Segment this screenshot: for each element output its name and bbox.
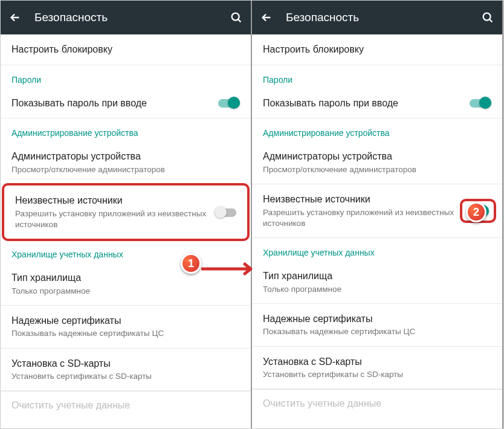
search-icon[interactable] — [480, 10, 495, 25]
row-sub: Только программное — [263, 284, 491, 295]
settings-list[interactable]: Настроить блокировку Пароли Показывать п… — [1, 34, 251, 428]
row-sub: Разрешить установку приложений из неизве… — [15, 208, 207, 230]
row-sub: Показывать надежные сертификаты ЦС — [11, 328, 240, 339]
section-passwords: Пароли — [252, 65, 502, 88]
annotation-badge-2: 2 — [466, 202, 486, 222]
row-title: Надежные сертификаты — [263, 312, 491, 326]
appbar: Безопасность — [1, 1, 251, 34]
row-device-admins[interactable]: Администраторы устройства Просмотр/отклю… — [1, 141, 251, 184]
appbar-title: Безопасность — [286, 11, 468, 24]
row-configure-lock[interactable]: Настроить блокировку — [1, 34, 251, 65]
row-sub: Установить сертификаты с SD-карты — [263, 369, 491, 380]
row-storage-type[interactable]: Тип хранилища Только программное — [252, 261, 502, 304]
switch-show-password[interactable] — [470, 97, 491, 109]
row-sd-install[interactable]: Установка с SD-карты Установить сертифик… — [1, 349, 251, 392]
row-title: Тип хранилища — [263, 269, 491, 283]
back-icon[interactable] — [8, 10, 22, 25]
row-title: Надежные сертификаты — [11, 314, 240, 327]
annotation-badge-1: 1 — [181, 253, 201, 274]
row-show-password[interactable]: Показывать пароль при вводе — [1, 88, 251, 119]
row-device-admins[interactable]: Администраторы устройства Просмотр/отклю… — [252, 141, 502, 184]
row-title: Установка с SD-карты — [11, 357, 240, 370]
row-title: Администраторы устройства — [11, 150, 240, 163]
row-unknown-sources[interactable]: Неизвестные источники Разрешить установк… — [4, 185, 247, 239]
row-sub: Только программное — [11, 286, 240, 297]
row-sub: Разрешить установку приложений из неизве… — [263, 207, 457, 229]
row-sub: Показывать надежные сертификаты ЦС — [263, 326, 491, 337]
highlight-unknown-sources: Неизвестные источники Разрешить установк… — [2, 183, 250, 241]
row-sub: Просмотр/отключение администраторов — [263, 164, 491, 175]
annotation-arrow — [201, 262, 259, 279]
section-creds: Хранилище учетных данных — [1, 240, 251, 263]
row-show-password[interactable]: Показывать пароль при вводе — [252, 88, 502, 119]
row-title: Настроить блокировку — [11, 43, 240, 56]
row-title: Показывать пароль при вводе — [263, 97, 462, 110]
row-title: Показывать пароль при вводе — [11, 97, 211, 110]
row-title: Администраторы устройства — [263, 150, 491, 163]
row-title: Неизвестные источники — [15, 194, 207, 207]
section-admin: Администрирование устройства — [252, 118, 502, 141]
row-title: Установка с SD-карты — [263, 355, 491, 369]
row-title: Неизвестные источники — [263, 193, 457, 206]
row-sub: Просмотр/отключение администраторов — [11, 164, 240, 175]
settings-list[interactable]: Настроить блокировку Пароли Показывать п… — [252, 34, 502, 428]
row-title: Настроить блокировку — [263, 43, 491, 56]
search-icon[interactable] — [229, 10, 244, 25]
section-passwords: Пароли — [1, 65, 251, 88]
row-unknown-sources[interactable]: Неизвестные источники Разрешить установк… — [252, 184, 502, 238]
row-clear-creds: Очистить учетные данные — [1, 391, 251, 411]
appbar: Безопасность — [252, 1, 502, 34]
row-clear-creds: Очистить учетные данные — [252, 389, 502, 409]
switch-unknown-sources[interactable] — [215, 206, 236, 218]
section-admin: Администрирование устройства — [1, 118, 251, 141]
row-sub: Установить сертификаты с SD-карты — [11, 371, 240, 382]
switch-show-password[interactable] — [218, 97, 240, 109]
row-trusted-certs[interactable]: Надежные сертификаты Показывать надежные… — [252, 304, 502, 347]
section-creds: Хранилище учетных данных — [252, 238, 502, 261]
row-trusted-certs[interactable]: Надежные сертификаты Показывать надежные… — [1, 306, 251, 349]
appbar-title: Безопасность — [34, 11, 217, 24]
row-configure-lock[interactable]: Настроить блокировку — [252, 34, 502, 65]
back-icon[interactable] — [259, 10, 274, 25]
phone-left: Безопасность Настроить блокировку Пароли… — [1, 1, 252, 428]
row-sd-install[interactable]: Установка с SD-карты Установить сертифик… — [252, 347, 502, 390]
